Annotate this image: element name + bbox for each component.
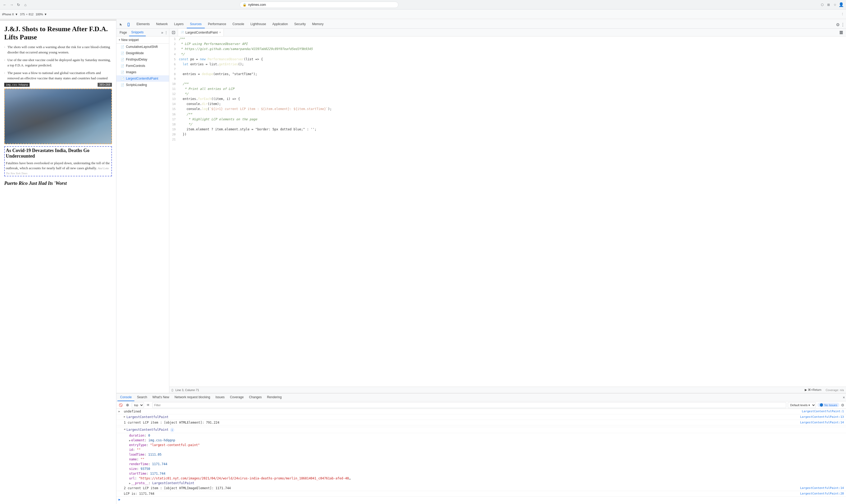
- home-button[interactable]: ⌂: [23, 2, 28, 7]
- console-row-lcp-collapsed[interactable]: ▶ LargestContentfulPaint LargestContentf…: [117, 414, 846, 420]
- code-line-13: 13 entries.forEach((item, i) => {: [169, 96, 846, 102]
- article3-headline: Puerto Rico Just Had Its 'Worst: [4, 181, 112, 186]
- editor-tab-close[interactable]: ×: [219, 31, 221, 34]
- bookmark-icon[interactable]: ☆: [832, 2, 838, 7]
- snippet-item-ScriptsLoading[interactable]: 📄ScriptsLoading: [117, 82, 169, 88]
- status-bar: {} Line 3, Column 71 ▶ ⌘+Return Coverage…: [169, 386, 846, 393]
- snippet-file-icon: 📄: [121, 77, 124, 80]
- console-tab-network-request-blocking[interactable]: Network request blocking: [172, 394, 213, 401]
- snippet-item-LargestContentfulPaint[interactable]: 📄LargestContentfulPaint: [117, 75, 169, 82]
- eye-icon[interactable]: 👁: [145, 402, 151, 408]
- back-button[interactable]: ←: [2, 2, 7, 7]
- console-row-undefined: ▶ undefined LargestContentfulPaint:1: [117, 409, 846, 414]
- screencast-icon[interactable]: ⬡: [819, 2, 825, 7]
- settings-icon[interactable]: ⚙: [836, 22, 840, 27]
- tab-memory[interactable]: Memory: [309, 20, 327, 28]
- snippet-item-FirstInputDelay[interactable]: 📄FirstInputDelay: [117, 56, 169, 63]
- devtools-pointer-icon[interactable]: [118, 21, 125, 28]
- devtools-mobile-icon[interactable]: [125, 21, 132, 28]
- console-row-lcp-expanded[interactable]: ▼ LargestContentfulPaint i: [117, 427, 846, 433]
- snippet-file-icon: 📄: [121, 71, 124, 74]
- console-row-lcp2: 2 current LCP item : [object HTMLImageEl…: [117, 485, 846, 491]
- console-tab-search[interactable]: Search: [135, 394, 150, 401]
- tab-snippets[interactable]: Snippets: [129, 29, 146, 36]
- svg-point-1: [128, 25, 129, 26]
- row-source-1[interactable]: LargestContentfulPaint:1: [802, 410, 844, 413]
- more-options-icon[interactable]: ⋮: [841, 22, 845, 27]
- expand-proto-arrow[interactable]: ▶: [129, 482, 131, 485]
- console-tab-changes[interactable]: Changes: [246, 394, 264, 401]
- snippet-name: FirstInputDelay: [126, 58, 147, 61]
- forward-button[interactable]: →: [9, 2, 14, 7]
- row-source-5[interactable]: LargestContentfulPaint:28: [800, 492, 844, 495]
- editor-file-tab[interactable]: 📄 LargestContentfulPaint ×: [178, 29, 224, 36]
- editor-back-icon[interactable]: [170, 29, 177, 36]
- address-bar[interactable]: 🔒 nytimes.com: [240, 2, 399, 8]
- webpage-content: J.&J. Shots to Resume After F.D.A. Lifts…: [0, 21, 116, 191]
- console-clear-icon[interactable]: 🚫: [118, 402, 123, 408]
- tab-elements[interactable]: Elements: [133, 20, 153, 28]
- snippet-item-FormControls[interactable]: 📄FormControls: [117, 63, 169, 69]
- context-select[interactable]: top: [132, 402, 144, 408]
- code-line-15: 15 console.log(`${i+1} current LCP item …: [169, 107, 846, 112]
- snippet-item-Images[interactable]: 📄Images: [117, 69, 169, 75]
- console-tab-rendering[interactable]: Rendering: [264, 394, 284, 401]
- expand-arrow-icon: ▶: [124, 415, 125, 418]
- snippets-kebab-icon[interactable]: ⋮: [164, 31, 168, 35]
- line-code-text: item.element ? item.element.style = "bor…: [179, 127, 316, 132]
- zoom-chevron-icon[interactable]: ▼: [44, 13, 47, 16]
- no-issues-badge[interactable]: 🔵 No Issues: [817, 403, 840, 407]
- info-icon[interactable]: i: [170, 428, 174, 432]
- line-code-text: entries.forEach((item, i) => {: [179, 96, 240, 102]
- run-snippet-button[interactable]: ▶ ⌘+Return: [805, 388, 821, 392]
- level-select[interactable]: Default levels ▾: [788, 402, 816, 408]
- row-source-3[interactable]: LargestContentfulPaint:14: [800, 421, 844, 424]
- console-tab-issues[interactable]: Issues: [213, 394, 227, 401]
- refresh-button[interactable]: ↻: [16, 2, 21, 7]
- prop-starttime: startTime: 1171.744: [117, 471, 846, 476]
- snippet-item-CumulativeLayoutShift[interactable]: 📄CumulativeLayoutShift: [117, 43, 169, 50]
- device-chevron-icon[interactable]: ▼: [15, 13, 18, 16]
- console-tab-console[interactable]: Console: [118, 394, 135, 401]
- line-number: 6: [172, 62, 179, 67]
- browser-bar: ← → ↻ ⌂ 🔒 nytimes.com ⬡ ⊞ ☆ 👤: [0, 0, 846, 10]
- console-filter-icon[interactable]: [125, 402, 130, 408]
- snippets-more-icon[interactable]: »: [160, 30, 164, 35]
- avatar-icon[interactable]: 👤: [839, 2, 844, 7]
- tab-security[interactable]: Security: [291, 20, 309, 28]
- tab-performance[interactable]: Performance: [205, 20, 229, 28]
- line-code-text: * https://gist.github.com/samarpanda/433…: [179, 47, 313, 52]
- line-code-text: console.dir(item);: [179, 102, 221, 107]
- article2-byline: Atul Loke: [98, 167, 109, 170]
- tab-network[interactable]: Network: [153, 20, 171, 28]
- tab-application[interactable]: Application: [269, 20, 291, 28]
- console-close-icon[interactable]: ×: [843, 395, 845, 399]
- tab-page[interactable]: Page: [118, 29, 129, 36]
- row-source-2[interactable]: LargestContentfulPaint:13: [800, 415, 844, 419]
- editor-more-icon[interactable]: [838, 29, 845, 36]
- svg-point-9: [127, 404, 128, 406]
- tab-lighthouse[interactable]: Lighthouse: [247, 20, 269, 28]
- filter-input[interactable]: [152, 402, 786, 408]
- line-number: 5: [172, 57, 179, 62]
- article-headline: J.&J. Shots to Resume After F.D.A. Lifts…: [4, 25, 112, 41]
- snippet-file-icon: 📄: [121, 64, 124, 68]
- new-snippet-button[interactable]: + New snippet: [117, 36, 169, 43]
- grid-icon[interactable]: ⊞: [826, 2, 831, 7]
- snippet-item-DesignMode[interactable]: 📄DesignMode: [117, 50, 169, 56]
- row-source-4[interactable]: LargestContentfulPaint:14: [800, 486, 844, 490]
- code-line-9: 9: [169, 77, 846, 82]
- tab-layers[interactable]: Layers: [171, 20, 187, 28]
- toolbar-more-icon[interactable]: ⋮: [841, 13, 844, 16]
- tab-sources[interactable]: Sources: [187, 20, 205, 28]
- console-prompt[interactable]: ▶: [117, 497, 846, 502]
- line-code-text: * Highlight LCP elements on the page: [179, 117, 257, 122]
- tab-console[interactable]: Console: [229, 20, 247, 28]
- expand-element-arrow[interactable]: ▶: [129, 439, 131, 442]
- console-tab-coverage[interactable]: Coverage: [227, 394, 246, 401]
- code-line-6: 6 let entries = list.getEntries();: [169, 62, 846, 67]
- console-tab-whats-new[interactable]: What's New: [150, 394, 172, 401]
- prop-size: size: 93750: [117, 466, 846, 471]
- console-settings-icon[interactable]: ⚙: [841, 403, 844, 407]
- snippet-file-icon: 📄: [121, 58, 124, 61]
